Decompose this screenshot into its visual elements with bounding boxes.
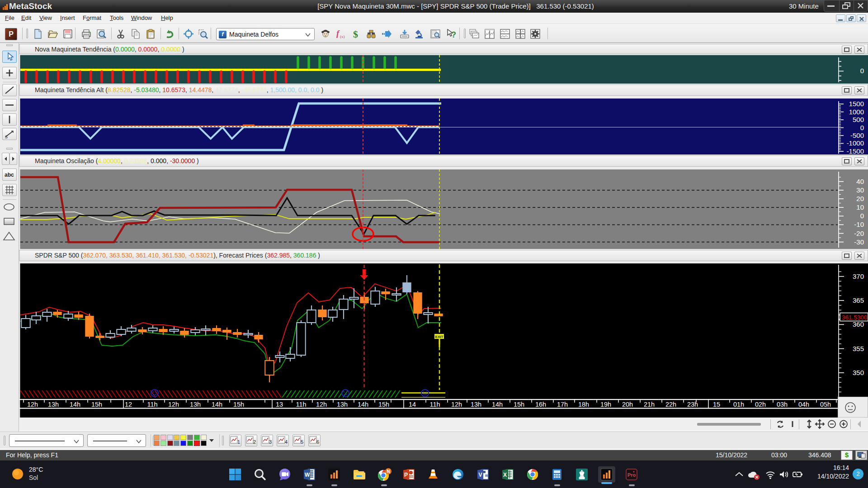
svg-text:-20: -20 (854, 230, 864, 237)
svg-text:15h: 15h (91, 401, 102, 408)
svg-text:500: 500 (853, 116, 864, 123)
svg-text:01h: 01h (733, 401, 744, 408)
svg-text:5: 5 (301, 439, 303, 445)
svg-text:14h: 14h (358, 401, 368, 408)
svg-text:19h: 19h (600, 401, 611, 408)
svg-text:17h: 17h (557, 401, 568, 408)
svg-text:360: 360 (853, 320, 864, 328)
svg-text:?: ? (451, 30, 456, 39)
svg-text:14h: 14h (492, 401, 503, 408)
svg-text:11h: 11h (147, 401, 157, 408)
svg-text:X: X (503, 472, 507, 478)
svg-text:-1000: -1000 (847, 139, 864, 147)
svg-text:365: 365 (853, 296, 864, 304)
svg-text:W: W (305, 472, 310, 478)
svg-text:$: $ (353, 28, 358, 39)
svg-text:14: 14 (409, 401, 416, 408)
svg-text:30: 30 (856, 186, 864, 194)
svg-text:-10: -10 (854, 221, 864, 228)
svg-text:6: 6 (316, 439, 319, 445)
svg-text:1: 1 (237, 439, 240, 445)
svg-text:21h: 21h (644, 401, 655, 408)
svg-text:15: 15 (713, 401, 720, 408)
svg-text:370: 370 (853, 272, 864, 280)
svg-text:P: P (404, 472, 408, 478)
svg-text:3: 3 (269, 439, 272, 445)
svg-text:14h: 14h (212, 401, 222, 408)
svg-text:12h: 12h (316, 401, 327, 408)
svg-text:11h: 11h (296, 401, 306, 408)
svg-text:V: V (479, 472, 482, 478)
svg-text:14h: 14h (70, 401, 80, 408)
svg-text:40: 40 (856, 178, 864, 185)
svg-text:-1500: -1500 (847, 147, 864, 155)
svg-text:12h: 12h (451, 401, 462, 408)
svg-text:350: 350 (853, 369, 864, 376)
svg-text:13: 13 (276, 401, 283, 408)
svg-text:f: f (336, 28, 340, 38)
svg-text:12h: 12h (168, 401, 179, 408)
svg-text:13h: 13h (337, 401, 348, 408)
svg-text:abc: abc (5, 172, 14, 178)
svg-text:0: 0 (860, 124, 864, 131)
svg-text:361.5300: 361.5300 (842, 314, 867, 321)
svg-text:15h: 15h (233, 401, 244, 408)
svg-text:1000: 1000 (849, 108, 864, 116)
svg-text:18h: 18h (578, 401, 589, 408)
svg-text:05h: 05h (820, 401, 831, 408)
svg-text:15h: 15h (378, 401, 389, 408)
svg-text:Pro: Pro (627, 472, 636, 478)
svg-text:12h: 12h (27, 401, 38, 408)
svg-text:11h: 11h (429, 401, 440, 408)
svg-text:0: 0 (860, 212, 864, 220)
svg-text:03h: 03h (777, 401, 788, 408)
svg-text:22h: 22h (665, 401, 676, 408)
svg-text:0: 0 (860, 67, 864, 75)
svg-text:13h: 13h (48, 401, 59, 408)
svg-text:10: 10 (856, 203, 864, 211)
svg-text:EXIT: EXIT (435, 335, 443, 339)
svg-text:15h: 15h (514, 401, 524, 408)
svg-text:20: 20 (856, 195, 864, 202)
svg-text:4: 4 (285, 439, 288, 445)
svg-text:2: 2 (253, 439, 256, 445)
svg-text:20h: 20h (622, 401, 633, 408)
svg-text:04h: 04h (798, 401, 809, 408)
svg-text:S: S (5, 135, 8, 139)
svg-text:13h: 13h (471, 401, 481, 408)
svg-text:13h: 13h (190, 401, 201, 408)
svg-text:1500: 1500 (849, 100, 864, 108)
svg-text:-500: -500 (850, 131, 864, 139)
svg-text:(x): (x) (340, 34, 345, 39)
svg-text:16h: 16h (535, 401, 546, 408)
svg-text:02h: 02h (755, 401, 766, 408)
svg-text:355: 355 (853, 345, 864, 352)
svg-text:-30: -30 (854, 238, 864, 246)
svg-text:12: 12 (125, 401, 132, 408)
svg-text:N: N (387, 469, 390, 474)
